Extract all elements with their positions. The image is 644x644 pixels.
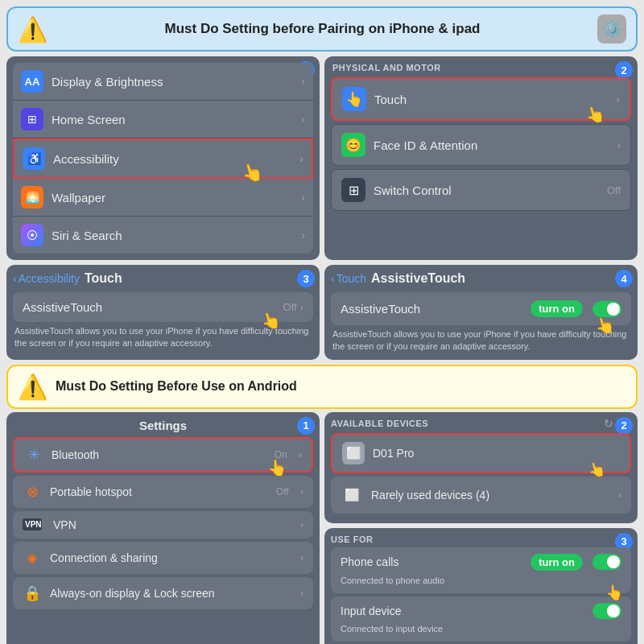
assistive-panel-title: AssistiveTouch [371, 271, 465, 286]
rarely-used-icon: ⬜ [341, 484, 363, 506]
always-on-chevron: › [300, 587, 303, 599]
back-touch-label: Touch [336, 272, 366, 285]
wallpaper-label: Wallpaper [52, 191, 293, 204]
touch-icon: 👆 [342, 87, 366, 111]
phone-calls-toggle[interactable] [592, 554, 621, 570]
turn-on-badge: turn on [530, 300, 583, 317]
input-device-row[interactable]: Input device Connected to input device [331, 597, 631, 642]
d01-device-icon: ⬜ [342, 442, 365, 464]
top-banner-text: Must Do Setting before Pairing on iPhone… [56, 21, 589, 37]
warning-icon: ⚠️ [18, 15, 47, 43]
input-device-desc: Connected to input device [341, 624, 443, 634]
cursor-hand-2: 👆 [583, 102, 607, 126]
switch-control-icon: ⊞ [341, 178, 365, 202]
back-to-accessibility[interactable]: ‹ Accessibility [13, 272, 80, 285]
panel-2-number: 2 [615, 61, 633, 79]
connection-label: Connection & sharing [50, 551, 289, 564]
display-icon: AA [21, 70, 43, 93]
input-device-toggle[interactable] [592, 603, 621, 619]
hotspot-chevron: › [300, 485, 303, 497]
ios-panels-grid: 1 AA Display & Brightness › ⊞ Home Scree… [6, 56, 638, 360]
touch-label: Touch [374, 93, 605, 106]
touch-panel-header: ‹ Accessibility Touch [13, 271, 313, 286]
back-label: Accessibility [19, 272, 80, 285]
input-device-label: Input device [341, 605, 402, 617]
assistive-touch-enabled-panel: 4 ‹ Touch AssistiveTouch AssistiveTouch … [324, 265, 638, 360]
rarely-used-label: Rarely used devices (4) [371, 489, 610, 502]
assistive-touch-row[interactable]: AssistiveTouch Off › 👆 [13, 292, 313, 322]
android-right-panels: 2 ↻ AVAILABLE DEVICES ⬜ D01 Pro 👆 ⬜ Rare… [324, 412, 638, 644]
touch-row[interactable]: 👆 Touch 👆 › [331, 77, 631, 121]
phone-calls-label: Phone calls [341, 555, 398, 568]
panel-3-number: 3 [297, 270, 315, 287]
assistive-panel-header: ‹ Touch AssistiveTouch [331, 271, 631, 286]
vpn-row[interactable]: VPN VPN › [13, 511, 313, 539]
wallpaper-chevron: › [301, 191, 305, 204]
face-id-row[interactable]: 😊 Face ID & Attention › [331, 124, 631, 166]
available-devices-header: AVAILABLE DEVICES [331, 419, 631, 428]
hotspot-icon: ⊗ [23, 483, 42, 501]
face-id-chevron: › [617, 138, 621, 151]
switch-control-label: Switch Control [374, 184, 599, 197]
android-panels-grid: 1 Settings ✳ Bluetooth On › 👆 ⊗ Portable… [6, 412, 638, 644]
android-banner-text: Must Do Setting Before Use on Andriod [56, 379, 297, 394]
at-description-4: AssistiveTouch allows you to use your iP… [331, 328, 631, 353]
connection-icon: ◈ [23, 549, 42, 567]
assistive-touch-enabled-row[interactable]: AssistiveTouch turn on 👆 [331, 292, 631, 325]
android-settings-title: Settings [13, 419, 313, 432]
connection-row[interactable]: ◈ Connection & sharing › [13, 542, 313, 574]
vpn-label: VPN [53, 518, 289, 531]
touch-panel-title: Touch [85, 271, 122, 286]
phone-turn-on-badge: turn on [530, 554, 583, 571]
accessibility-row[interactable]: ♿ Accessibility › 👆 [13, 138, 313, 179]
android-panel-2-number: 2 [615, 417, 633, 435]
accessibility-chevron: › [299, 152, 303, 165]
home-chevron: › [301, 113, 305, 126]
d01-pro-row[interactable]: ⬜ D01 Pro 👆 [331, 433, 631, 473]
settings-gear-icon: ⚙️ [597, 14, 626, 43]
siri-icon: ⦿ [21, 224, 43, 246]
vpn-icon: VPN [23, 518, 42, 530]
d01-label: D01 Pro [373, 447, 620, 460]
always-on-row[interactable]: 🔒 Always-on display & Lock screen › [13, 577, 313, 609]
phone-toggle-knob [607, 555, 620, 568]
switch-control-value: Off [607, 184, 621, 196]
home-screen-row[interactable]: ⊞ Home Screen › [13, 101, 313, 138]
vpn-chevron: › [300, 518, 303, 530]
display-brightness-row[interactable]: AA Display & Brightness › [13, 63, 313, 101]
touch-chevron: › [616, 93, 620, 105]
display-chevron: › [301, 75, 305, 88]
android-settings-panel: 1 Settings ✳ Bluetooth On › 👆 ⊗ Portable… [6, 412, 320, 644]
face-id-icon: 😊 [341, 133, 365, 157]
at-label: AssistiveTouch [23, 300, 102, 314]
use-for-panel: 3 USE FOR Phone calls turn on Connected … [324, 528, 638, 644]
rarely-used-chevron: › [618, 489, 621, 501]
panel-4-number: 4 [615, 270, 633, 287]
physical-motor-label: PHYSICAL AND MOTOR [331, 63, 631, 72]
hotspot-row[interactable]: ⊗ Portable hotspot Off › [13, 476, 313, 508]
always-on-label: Always-on display & Lock screen [50, 587, 289, 600]
home-screen-label: Home Screen [52, 113, 293, 126]
cursor-hand-7: 👆 [605, 584, 623, 601]
siri-label: Siri & Search [52, 229, 293, 242]
always-on-icon: 🔒 [23, 584, 42, 602]
refresh-icon[interactable]: ↻ [604, 417, 613, 430]
android-warning-icon: ⚠️ [18, 373, 47, 401]
phone-calls-row[interactable]: Phone calls turn on Connected to phone a… [331, 547, 631, 593]
face-id-label: Face ID & Attention [374, 138, 605, 152]
switch-control-row[interactable]: ⊞ Switch Control Off [331, 169, 631, 211]
wallpaper-row[interactable]: 🌅 Wallpaper › [13, 179, 313, 217]
siri-search-row[interactable]: ⦿ Siri & Search › [13, 217, 313, 254]
bluetooth-row[interactable]: ✳ Bluetooth On › 👆 [13, 437, 313, 473]
phone-calls-desc: Connected to phone audio [341, 576, 444, 585]
hotspot-value: Off [276, 486, 289, 497]
wallpaper-icon: 🌅 [21, 186, 43, 208]
bluetooth-chevron: › [299, 448, 302, 460]
physical-motor-panel: 2 PHYSICAL AND MOTOR 👆 Touch 👆 › 😊 Face … [324, 56, 638, 260]
rarely-used-row[interactable]: ⬜ Rarely used devices (4) › [331, 477, 631, 514]
hotspot-label: Portable hotspot [50, 485, 268, 498]
home-screen-icon: ⊞ [21, 108, 43, 130]
accessibility-icon: ♿ [23, 147, 45, 170]
back-to-touch[interactable]: ‹ Touch [331, 272, 366, 285]
at-value: Off › [283, 301, 303, 313]
